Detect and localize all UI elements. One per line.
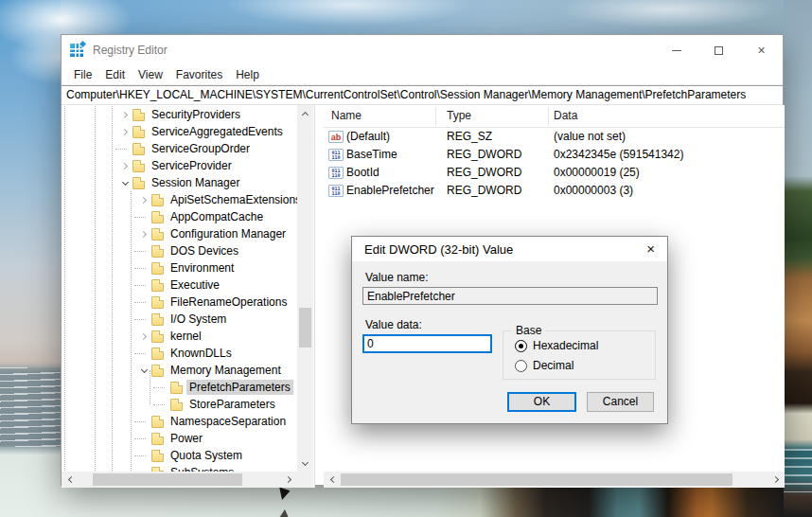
tree-vertical-scrollbar[interactable]	[297, 105, 313, 472]
menu-favorites[interactable]: Favorites	[169, 66, 229, 83]
tree-item-session-manager[interactable]: Session Manager	[62, 174, 297, 191]
window-controls: ×	[655, 35, 783, 65]
registry-editor-icon	[70, 44, 83, 57]
tree-item-filerenameoperations[interactable]: FileRenameOperations	[62, 294, 297, 311]
decimal-radio[interactable]	[515, 360, 527, 372]
tree-item-apisetschemaextensions[interactable]: ApiSetSchemaExtensions	[62, 191, 297, 208]
hexadecimal-radio[interactable]	[515, 340, 527, 352]
tree-item-namespaceseparation[interactable]: NamespaceSeparation	[62, 413, 297, 430]
tree-horizontal-scrollbar[interactable]	[62, 472, 297, 488]
ok-button[interactable]: OK	[507, 392, 576, 412]
base-group-label: Base	[512, 324, 545, 337]
tree-item-dos-devices[interactable]: DOS Devices	[62, 242, 297, 259]
column-header-type[interactable]: Type	[447, 109, 471, 122]
wallpaper-cliff-waves	[784, 449, 812, 492]
decimal-radio-row[interactable]: Decimal	[515, 359, 574, 372]
tree-item-label: ServiceAggregatedEvents	[149, 124, 286, 139]
tree-item-configuration-manager[interactable]: Configuration Manager	[62, 225, 297, 242]
chevron-down-icon[interactable]	[140, 365, 147, 372]
scroll-left-arrow[interactable]	[62, 472, 78, 488]
scroll-right-arrow[interactable]	[768, 472, 785, 488]
tree-item-quota-system[interactable]: Quota System	[62, 447, 297, 464]
chevron-right-icon[interactable]	[139, 230, 146, 237]
tree-item-securityproviders[interactable]: SecurityProviders	[62, 106, 297, 123]
registry-key-folder-icon	[151, 262, 164, 275]
tree-connector	[134, 438, 146, 439]
address-input[interactable]	[62, 85, 783, 105]
scroll-down-arrow[interactable]	[297, 455, 313, 472]
value-data-cell: 0x2342345e (591541342)	[554, 148, 683, 161]
hexadecimal-radio-label: Hexadecimal	[533, 339, 598, 352]
tree-item-label: SecurityProviders	[149, 107, 243, 122]
chevron-right-icon[interactable]	[120, 111, 127, 117]
column-divider	[435, 107, 436, 126]
tree-item-environment[interactable]: Environment	[62, 259, 297, 276]
tree-item-label: Executive	[168, 277, 222, 293]
value-row-basetime[interactable]: 011110BaseTimeREG_DWORD0x2342345e (59154…	[324, 146, 785, 164]
scroll-right-arrow[interactable]	[281, 472, 297, 488]
cloud	[227, 0, 473, 27]
value-type-cell: REG_DWORD	[447, 184, 521, 197]
maximize-button[interactable]	[697, 35, 740, 65]
tree-item-label: Memory Management	[168, 363, 284, 378]
value-data-field[interactable]	[362, 334, 492, 353]
chevron-down-icon[interactable]	[121, 178, 128, 185]
value-type-cell: REG_SZ	[447, 130, 492, 143]
dialog-close-icon[interactable]: ×	[644, 241, 658, 257]
maximize-icon	[715, 46, 723, 55]
hexadecimal-radio-row[interactable]: Hexadecimal	[515, 339, 598, 352]
value-name-label: Value name:	[365, 271, 429, 284]
menu-view[interactable]: View	[132, 66, 169, 83]
tree-connector	[134, 455, 146, 456]
tree-item-executive[interactable]: Executive	[62, 276, 297, 294]
registry-key-folder-icon	[151, 450, 164, 462]
tree-item-prefetchparameters[interactable]: PrefetchParameters	[62, 379, 297, 396]
close-button[interactable]: ×	[740, 35, 783, 65]
chevron-right-icon[interactable]	[120, 162, 127, 169]
tree-item-appcompatcache[interactable]: AppCompatCache	[62, 208, 297, 225]
registry-key-folder-icon	[151, 348, 164, 360]
tree-item-servicegrouporder[interactable]: ServiceGroupOrder	[62, 140, 297, 157]
column-header-data[interactable]: Data	[554, 109, 577, 122]
cancel-button[interactable]: Cancel	[587, 392, 654, 412]
tree-item-knowndlls[interactable]: KnownDLLs	[62, 345, 297, 362]
tree-connector	[134, 268, 146, 269]
scroll-left-arrow[interactable]	[324, 472, 340, 488]
tree-connector	[134, 319, 146, 320]
minimize-button[interactable]	[655, 35, 697, 65]
tree-item-serviceprovider[interactable]: ServiceProvider	[62, 157, 297, 174]
value-name-cell: BootId	[346, 166, 380, 179]
tree-vscroll-thumb[interactable]	[299, 308, 311, 348]
tree-connector	[134, 302, 146, 303]
registry-key-folder-icon	[151, 279, 164, 292]
tree-item-memory-management[interactable]: Memory Management	[62, 362, 297, 379]
tree-connector	[153, 387, 165, 388]
tree-connector	[115, 149, 127, 150]
value-name-field[interactable]	[362, 287, 658, 305]
title-bar[interactable]: Registry Editor ×	[62, 35, 783, 65]
reg-sz-icon: ab	[328, 131, 344, 143]
value-row-bootid[interactable]: 011110BootIdREG_DWORD0x00000019 (25)	[324, 164, 785, 182]
list-horizontal-scrollbar[interactable]	[324, 472, 785, 488]
tree-hscroll-thumb[interactable]	[93, 473, 242, 486]
value-row-enableprefetcher[interactable]: 011110EnablePrefetcherREG_DWORD0x0000000…	[324, 182, 785, 200]
tree-item-serviceaggregatedevents[interactable]: ServiceAggregatedEvents	[62, 123, 297, 140]
reg-dword-icon: 011110	[328, 149, 344, 161]
tree-item-storeparameters[interactable]: StoreParameters	[62, 396, 297, 413]
dialog-title-bar[interactable]: Edit DWORD (32-bit) Value ×	[352, 237, 667, 261]
menu-edit[interactable]: Edit	[98, 66, 132, 83]
chevron-right-icon[interactable]	[139, 196, 146, 203]
menu-file[interactable]: File	[67, 66, 98, 83]
tree-connector	[134, 285, 146, 286]
column-header-name[interactable]: Name	[331, 109, 362, 122]
menu-help[interactable]: Help	[229, 66, 266, 83]
tree-item-i-o-system[interactable]: I/O System	[62, 311, 297, 328]
value-row-default[interactable]: ab(Default)REG_SZ(value not set)	[324, 128, 785, 146]
chevron-right-icon[interactable]	[120, 128, 127, 134]
list-hscroll-thumb[interactable]	[341, 473, 733, 486]
tree-item-kernel[interactable]: kernel	[62, 328, 297, 345]
tree-item-power[interactable]: Power	[62, 430, 297, 447]
tree-item-label: AppCompatCache	[168, 209, 266, 224]
scroll-up-arrow[interactable]	[297, 105, 313, 121]
chevron-right-icon[interactable]	[139, 332, 146, 339]
